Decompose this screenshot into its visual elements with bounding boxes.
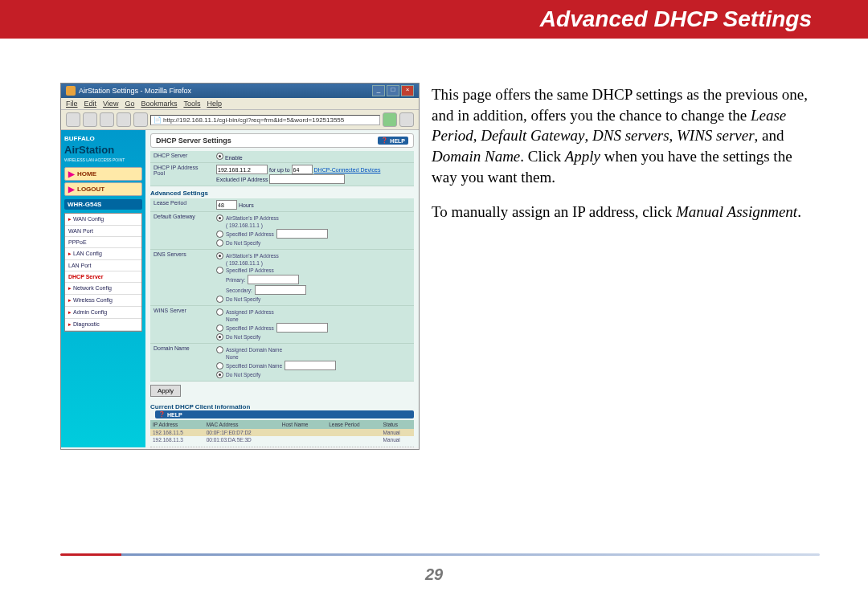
pool-ip-input[interactable] (216, 165, 268, 174)
wins-label: WINS Server (150, 306, 213, 344)
wins-specified-radio[interactable] (216, 324, 223, 332)
col-ip: IP Address (150, 420, 204, 429)
menu-help[interactable]: Help (207, 100, 222, 108)
browser-toolbar: 📄 http://192.168.11.1/cgi-bin/cgi?req=fr… (61, 110, 419, 130)
nav-dhcp-server[interactable]: DHCP Server (65, 271, 141, 283)
nav-admin-config[interactable]: ▸Admin Config (65, 307, 141, 319)
nav-network-config[interactable]: ▸Network Config (65, 283, 141, 295)
menu-file[interactable]: File (66, 100, 78, 108)
search-icon[interactable] (399, 112, 414, 127)
col-status: Status (381, 420, 415, 429)
dhcp-server-label: DHCP Server (150, 151, 213, 163)
nav-lan-port[interactable]: LAN Port (65, 260, 141, 271)
go-icon[interactable] (383, 112, 397, 127)
arrow-icon: ▶ (68, 185, 75, 194)
lease-input[interactable] (216, 200, 237, 210)
url-text: http://192.168.11.1/cgi-bin/cgi?req=frm&… (163, 116, 344, 124)
page-title: Advanced DHCP Settings (540, 6, 812, 32)
domain-input[interactable] (285, 361, 336, 370)
nav-lan-config[interactable]: ▸LAN Config (65, 248, 141, 260)
menu-go[interactable]: Go (125, 100, 134, 108)
nav-pppoe[interactable]: PPPoE (65, 237, 141, 248)
menu-tools[interactable]: Tools (183, 100, 200, 108)
dns-none-radio[interactable] (216, 296, 223, 303)
dhcp-pool-label: DHCP IP Address Pool (150, 163, 213, 186)
minimize-icon[interactable]: _ (372, 85, 385, 96)
dns-label: DNS Servers (150, 250, 213, 306)
col-mac: MAC Address (204, 420, 280, 429)
main-panel: DHCP Server Settings ❓HELP DHCP Server E… (145, 130, 419, 447)
wins-input[interactable] (276, 323, 328, 333)
router-ui-screenshot: AirStation Settings - Mozilla Firefox _ … (60, 83, 420, 450)
client-info-label: Current DHCP Client Information ❓HELP (150, 403, 414, 418)
model-label: WHR-G54S (64, 199, 142, 210)
close-icon[interactable]: × (401, 85, 414, 96)
window-controls: _ □ × (372, 85, 414, 96)
table-row: 192.168.11.5 00:0F:1F:E0:D7:D2 Manual (150, 429, 414, 436)
doc-text-column: This page offers the same DHCP settings … (432, 83, 820, 450)
apply-button[interactable]: Apply (150, 385, 181, 397)
gateway-label: Default Gateway (150, 212, 213, 250)
lease-label: Lease Period (150, 198, 213, 212)
col-lease: Lease Period (326, 420, 380, 429)
dhcp-basic-table: DHCP Server Enable DHCP IP Address Pool … (150, 151, 414, 186)
page-number: 29 (0, 565, 868, 584)
url-bar[interactable]: 📄 http://192.168.11.1/cgi-bin/cgi?req=fr… (150, 115, 380, 125)
page-icon: 📄 (154, 116, 162, 124)
help-button-2[interactable]: ❓HELP (155, 410, 414, 418)
back-icon[interactable] (66, 112, 80, 127)
stop-icon[interactable] (117, 112, 131, 127)
reload-icon[interactable] (100, 112, 114, 127)
advanced-settings-label: Advanced Settings (150, 190, 414, 197)
gw-airstation-radio[interactable] (216, 214, 223, 222)
home-button[interactable]: ▶HOME (64, 167, 142, 181)
nav-wan-port[interactable]: WAN Port (65, 226, 141, 237)
dns-secondary-input[interactable] (255, 285, 306, 295)
doc-paragraph-2: To manually assign an IP address, click … (432, 202, 820, 222)
nav-wireless-config[interactable]: ▸Wireless Config (65, 295, 141, 307)
advanced-table: Lease Period Hours Default Gateway AirSt… (150, 198, 414, 382)
browser-titlebar: AirStation Settings - Mozilla Firefox _ … (61, 84, 419, 98)
forward-icon[interactable] (83, 112, 97, 127)
enable-radio[interactable] (216, 153, 223, 160)
panel-title-bar: DHCP Server Settings ❓HELP (150, 133, 414, 148)
dns-specified-radio[interactable] (216, 267, 223, 274)
arrow-icon: ▶ (68, 169, 75, 178)
gw-specified-radio[interactable] (216, 231, 223, 238)
dhcp-devices-link[interactable]: DHCP-Connected Devices (314, 167, 381, 173)
browser-menubar[interactable]: File Edit View Go Bookmarks Tools Help (61, 98, 419, 110)
footer-divider (60, 553, 820, 556)
domain-specified-radio[interactable] (216, 362, 223, 369)
gw-none-radio[interactable] (216, 239, 223, 247)
domain-assigned-radio[interactable] (216, 346, 223, 353)
window-title: AirStation Settings - Mozilla Firefox (79, 87, 191, 95)
menu-view[interactable]: View (103, 100, 118, 108)
page-header: Advanced DHCP Settings (0, 0, 868, 39)
footnote: (*) The IP Address of the client that is… (150, 447, 414, 447)
menu-bookmarks[interactable]: Bookmarks (141, 100, 177, 108)
firefox-icon (66, 86, 76, 96)
brand-buffalo: BUFFALO (61, 130, 145, 144)
panel-title: DHCP Server Settings (156, 137, 231, 145)
brand-airstation: AirStation (61, 144, 145, 157)
dns-primary-input[interactable] (248, 275, 299, 284)
client-table: IP Address MAC Address Host Name Lease P… (150, 420, 414, 443)
menu-edit[interactable]: Edit (84, 100, 97, 108)
home-icon[interactable] (133, 112, 148, 127)
nav-wan-config[interactable]: ▸WAN Config (65, 214, 141, 226)
wins-none-radio[interactable] (216, 333, 223, 341)
domain-none-radio[interactable] (216, 371, 223, 378)
domain-label: Domain Name (150, 344, 213, 382)
help-button[interactable]: ❓HELP (378, 137, 408, 145)
router-sidebar: BUFFALO AirStation WIRELESS LAN ACCESS P… (61, 130, 145, 447)
excluded-ip-input[interactable] (269, 174, 345, 184)
nav-box: ▸WAN Config WAN Port PPPoE ▸LAN Config L… (64, 213, 142, 332)
pool-count-input[interactable] (292, 165, 313, 174)
dns-airstation-radio[interactable] (216, 252, 223, 259)
wins-assigned-radio[interactable] (216, 308, 223, 316)
doc-paragraph-1: This page offers the same DHCP settings … (432, 84, 820, 187)
gw-specified-input[interactable] (276, 229, 328, 239)
nav-diagnostic[interactable]: ▸Diagnostic (65, 319, 141, 331)
maximize-icon[interactable]: □ (387, 85, 399, 96)
logout-button[interactable]: ▶LOGOUT (64, 182, 142, 196)
